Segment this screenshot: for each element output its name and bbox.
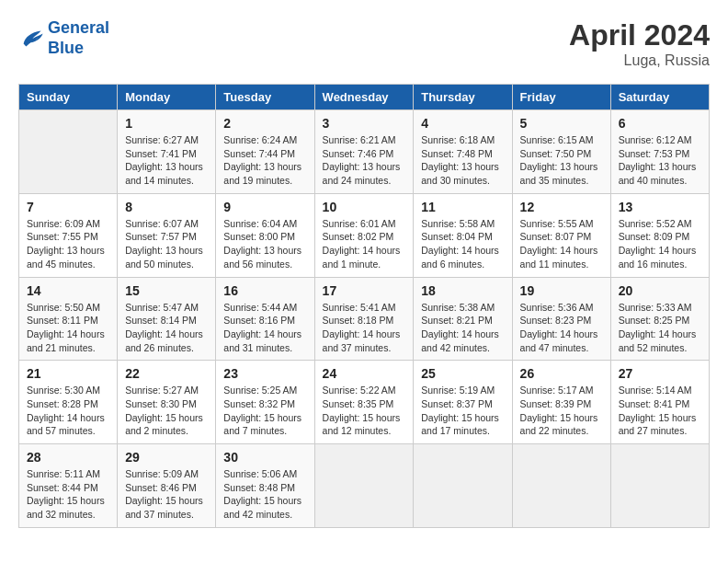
calendar-cell: 26Sunrise: 5:17 AMSunset: 8:39 PMDayligh… bbox=[512, 361, 610, 444]
day-number: 19 bbox=[520, 283, 603, 298]
day-info: Sunrise: 5:22 AMSunset: 8:35 PMDaylight:… bbox=[323, 384, 406, 438]
calendar-cell bbox=[610, 444, 709, 528]
day-number: 15 bbox=[125, 283, 208, 298]
calendar-cell: 10Sunrise: 6:01 AMSunset: 8:02 PMDayligh… bbox=[314, 193, 414, 277]
calendar-cell: 24Sunrise: 5:22 AMSunset: 8:35 PMDayligh… bbox=[314, 361, 414, 444]
header-tuesday: Tuesday bbox=[216, 85, 314, 110]
day-number: 28 bbox=[27, 450, 109, 465]
day-number: 7 bbox=[27, 200, 109, 214]
day-info: Sunrise: 5:14 AMSunset: 8:41 PMDaylight:… bbox=[619, 384, 701, 438]
calendar-cell bbox=[414, 444, 512, 528]
calendar-cell: 17Sunrise: 5:41 AMSunset: 8:18 PMDayligh… bbox=[314, 277, 414, 361]
calendar-cell: 30Sunrise: 5:06 AMSunset: 8:48 PMDayligh… bbox=[216, 444, 314, 528]
day-info: Sunrise: 6:04 AMSunset: 8:00 PMDaylight:… bbox=[223, 217, 306, 271]
week-row-3: 14Sunrise: 5:50 AMSunset: 8:11 PMDayligh… bbox=[19, 277, 710, 361]
day-info: Sunrise: 5:11 AMSunset: 8:44 PMDaylight:… bbox=[27, 467, 109, 522]
calendar-cell: 25Sunrise: 5:19 AMSunset: 8:37 PMDayligh… bbox=[414, 361, 512, 444]
day-number: 22 bbox=[125, 366, 208, 381]
day-number: 25 bbox=[421, 366, 504, 381]
day-info: Sunrise: 6:15 AMSunset: 7:50 PMDaylight:… bbox=[520, 133, 603, 188]
day-info: Sunrise: 5:27 AMSunset: 8:30 PMDaylight:… bbox=[125, 384, 208, 438]
day-number: 20 bbox=[619, 283, 701, 298]
day-info: Sunrise: 5:52 AMSunset: 8:09 PMDaylight:… bbox=[619, 217, 701, 271]
day-number: 26 bbox=[520, 366, 603, 381]
calendar-cell: 3Sunrise: 6:21 AMSunset: 7:46 PMDaylight… bbox=[314, 110, 414, 194]
day-info: Sunrise: 6:24 AMSunset: 7:44 PMDaylight:… bbox=[223, 133, 306, 188]
calendar-cell: 23Sunrise: 5:25 AMSunset: 8:32 PMDayligh… bbox=[216, 361, 314, 444]
calendar-cell: 16Sunrise: 5:44 AMSunset: 8:16 PMDayligh… bbox=[216, 277, 314, 361]
day-number: 13 bbox=[619, 200, 701, 214]
calendar-cell: 27Sunrise: 5:14 AMSunset: 8:41 PMDayligh… bbox=[610, 361, 709, 444]
week-row-2: 7Sunrise: 6:09 AMSunset: 7:55 PMDaylight… bbox=[19, 193, 710, 277]
calendar-cell: 5Sunrise: 6:15 AMSunset: 7:50 PMDaylight… bbox=[512, 110, 610, 194]
calendar-cell bbox=[19, 110, 118, 194]
day-number: 2 bbox=[223, 116, 306, 131]
day-info: Sunrise: 6:09 AMSunset: 7:55 PMDaylight:… bbox=[27, 217, 109, 271]
day-number: 9 bbox=[223, 200, 306, 214]
calendar-cell: 28Sunrise: 5:11 AMSunset: 8:44 PMDayligh… bbox=[19, 444, 118, 528]
header-sunday: Sunday bbox=[19, 85, 118, 110]
calendar-cell: 6Sunrise: 6:12 AMSunset: 7:53 PMDaylight… bbox=[610, 110, 709, 194]
calendar-cell: 7Sunrise: 6:09 AMSunset: 7:55 PMDaylight… bbox=[19, 193, 118, 277]
day-number: 4 bbox=[421, 116, 504, 131]
week-row-4: 21Sunrise: 5:30 AMSunset: 8:28 PMDayligh… bbox=[19, 361, 710, 444]
day-info: Sunrise: 5:38 AMSunset: 8:21 PMDaylight:… bbox=[421, 301, 504, 355]
day-info: Sunrise: 5:19 AMSunset: 8:37 PMDaylight:… bbox=[421, 384, 504, 438]
logo: GeneralBlue bbox=[18, 18, 109, 58]
calendar-cell: 12Sunrise: 5:55 AMSunset: 8:07 PMDayligh… bbox=[512, 193, 610, 277]
day-info: Sunrise: 5:58 AMSunset: 8:04 PMDaylight:… bbox=[421, 217, 504, 271]
day-info: Sunrise: 6:07 AMSunset: 7:57 PMDaylight:… bbox=[125, 217, 208, 271]
calendar-cell: 4Sunrise: 6:18 AMSunset: 7:48 PMDaylight… bbox=[414, 110, 512, 194]
day-number: 16 bbox=[223, 283, 306, 298]
calendar-cell: 9Sunrise: 6:04 AMSunset: 8:00 PMDaylight… bbox=[216, 193, 314, 277]
calendar-cell bbox=[314, 444, 414, 528]
day-number: 10 bbox=[323, 200, 406, 214]
calendar-table: SundayMondayTuesdayWednesdayThursdayFrid… bbox=[18, 84, 710, 528]
logo-icon bbox=[18, 26, 44, 52]
day-number: 17 bbox=[323, 283, 406, 298]
day-info: Sunrise: 5:17 AMSunset: 8:39 PMDaylight:… bbox=[520, 384, 603, 438]
day-number: 8 bbox=[125, 200, 208, 214]
day-number: 14 bbox=[27, 283, 109, 298]
day-number: 3 bbox=[323, 116, 406, 131]
week-row-5: 28Sunrise: 5:11 AMSunset: 8:44 PMDayligh… bbox=[19, 444, 710, 528]
day-info: Sunrise: 6:27 AMSunset: 7:41 PMDaylight:… bbox=[125, 133, 208, 188]
day-info: Sunrise: 5:50 AMSunset: 8:11 PMDaylight:… bbox=[27, 301, 109, 355]
day-info: Sunrise: 6:21 AMSunset: 7:46 PMDaylight:… bbox=[323, 133, 406, 188]
calendar-cell: 11Sunrise: 5:58 AMSunset: 8:04 PMDayligh… bbox=[414, 193, 512, 277]
day-number: 24 bbox=[323, 366, 406, 381]
header-friday: Friday bbox=[512, 85, 610, 110]
page-header: GeneralBlue April 2024 Luga, Russia bbox=[18, 18, 710, 69]
day-info: Sunrise: 5:25 AMSunset: 8:32 PMDaylight:… bbox=[223, 384, 306, 438]
week-row-1: 1Sunrise: 6:27 AMSunset: 7:41 PMDaylight… bbox=[19, 110, 710, 194]
calendar-cell bbox=[512, 444, 610, 528]
calendar-cell: 15Sunrise: 5:47 AMSunset: 8:14 PMDayligh… bbox=[118, 277, 216, 361]
calendar-cell: 14Sunrise: 5:50 AMSunset: 8:11 PMDayligh… bbox=[19, 277, 118, 361]
day-number: 6 bbox=[619, 116, 701, 131]
day-info: Sunrise: 5:55 AMSunset: 8:07 PMDaylight:… bbox=[520, 217, 603, 271]
calendar-cell: 1Sunrise: 6:27 AMSunset: 7:41 PMDaylight… bbox=[118, 110, 216, 194]
day-info: Sunrise: 6:12 AMSunset: 7:53 PMDaylight:… bbox=[619, 133, 701, 188]
calendar-cell: 19Sunrise: 5:36 AMSunset: 8:23 PMDayligh… bbox=[512, 277, 610, 361]
day-number: 11 bbox=[421, 200, 504, 214]
day-info: Sunrise: 6:01 AMSunset: 8:02 PMDaylight:… bbox=[323, 217, 406, 271]
day-number: 29 bbox=[125, 450, 208, 465]
calendar-cell: 29Sunrise: 5:09 AMSunset: 8:46 PMDayligh… bbox=[118, 444, 216, 528]
day-info: Sunrise: 5:30 AMSunset: 8:28 PMDaylight:… bbox=[27, 384, 109, 438]
day-number: 27 bbox=[619, 366, 701, 381]
header-thursday: Thursday bbox=[414, 85, 512, 110]
day-number: 12 bbox=[520, 200, 603, 214]
header-saturday: Saturday bbox=[610, 85, 709, 110]
header-wednesday: Wednesday bbox=[314, 85, 414, 110]
day-info: Sunrise: 5:47 AMSunset: 8:14 PMDaylight:… bbox=[125, 301, 208, 355]
calendar-header-row: SundayMondayTuesdayWednesdayThursdayFrid… bbox=[19, 85, 710, 110]
day-number: 23 bbox=[223, 366, 306, 381]
day-info: Sunrise: 5:09 AMSunset: 8:46 PMDaylight:… bbox=[125, 467, 208, 522]
calendar-subtitle: Luga, Russia bbox=[569, 52, 710, 69]
calendar-cell: 8Sunrise: 6:07 AMSunset: 7:57 PMDaylight… bbox=[118, 193, 216, 277]
day-info: Sunrise: 5:33 AMSunset: 8:25 PMDaylight:… bbox=[619, 301, 701, 355]
calendar-cell: 13Sunrise: 5:52 AMSunset: 8:09 PMDayligh… bbox=[610, 193, 709, 277]
calendar-cell: 21Sunrise: 5:30 AMSunset: 8:28 PMDayligh… bbox=[19, 361, 118, 444]
day-info: Sunrise: 5:06 AMSunset: 8:48 PMDaylight:… bbox=[223, 467, 306, 522]
day-info: Sunrise: 5:36 AMSunset: 8:23 PMDaylight:… bbox=[520, 301, 603, 355]
